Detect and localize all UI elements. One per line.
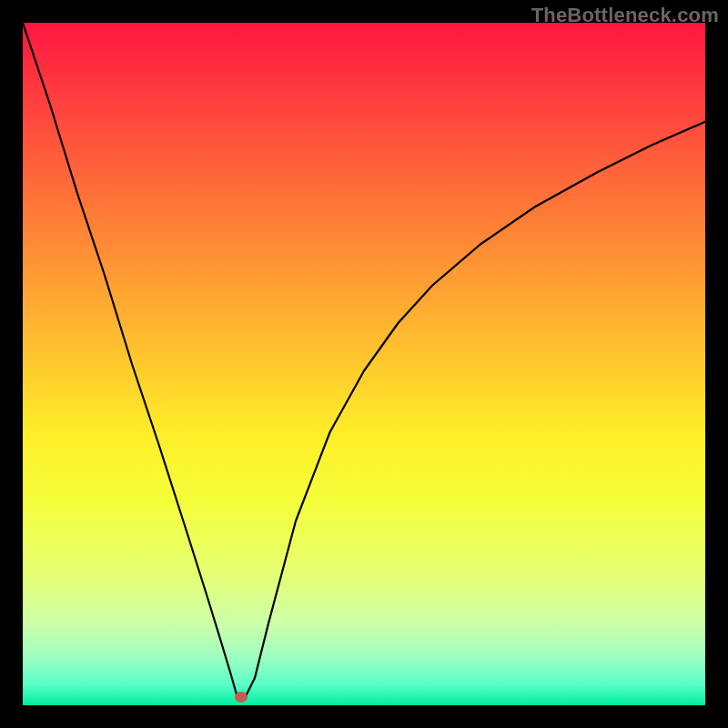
- bottleneck-curve: [23, 23, 705, 699]
- minimum-marker: [235, 692, 248, 703]
- plot-area: [23, 23, 705, 705]
- watermark-text: TheBottleneck.com: [531, 4, 719, 27]
- curve-layer: [23, 23, 705, 705]
